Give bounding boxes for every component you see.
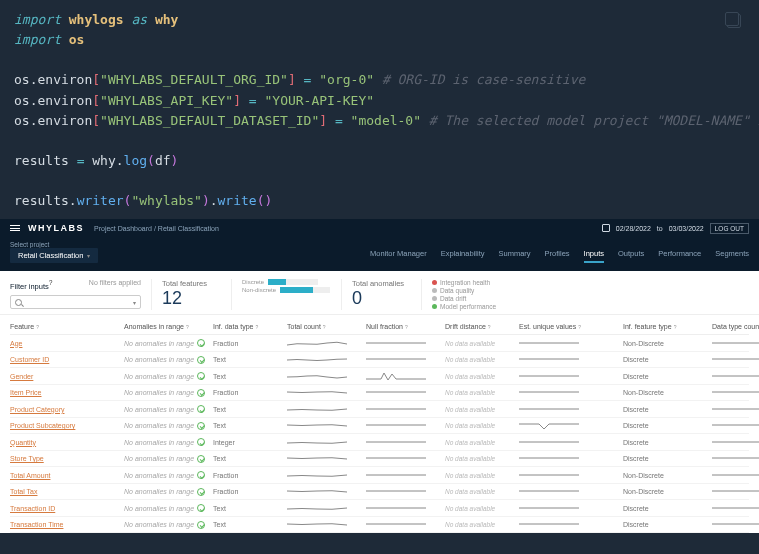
anomalies-cell: No anomalies in range [124,438,209,446]
sparkline [287,337,347,349]
sparkline [366,386,426,398]
table-row: Total TaxNo anomalies in rangeFractionNo… [10,484,749,501]
feature-type-cell: Discrete [623,439,708,446]
null-fraction-spark [366,485,441,498]
total-count-spark [287,353,362,366]
sparkline [366,403,426,415]
check-icon [197,422,205,430]
sparkline [519,403,579,415]
datatype-cell: Integer [213,439,283,446]
sparkline [712,419,759,431]
null-fraction-spark [366,452,441,465]
table-row: GenderNo anomalies in rangeTextNo data a… [10,368,749,385]
drift-cell: No data available [445,373,515,380]
total-count-spark [287,485,362,498]
drift-cell: No data available [445,521,515,528]
sparkline [712,403,759,415]
feature-link[interactable]: Store Type [10,455,120,462]
tab-performance[interactable]: Performance [658,249,701,263]
project-selector[interactable]: Retail Classification▾ [10,248,98,263]
feature-link[interactable]: Quantity [10,439,120,446]
feature-type-cell: Non-Discrete [623,488,708,495]
total-anomalies-label: Total anomalies [352,279,411,288]
tab-inputs[interactable]: Inputs [584,249,604,263]
date-range[interactable]: 02/28/2022 to 03/03/2022 LOG OUT [602,223,749,234]
breadcrumb: Project Dashboard / Retail Classificatio… [94,225,219,232]
sparkline [287,370,347,382]
sparkline [712,452,759,464]
copy-icon[interactable] [727,14,741,28]
col-header[interactable]: Null fraction? [366,323,441,330]
anomalies-cell: No anomalies in range [124,339,209,347]
table-header: Feature?Anomalies in range?Inf. data typ… [10,319,749,335]
total-anomalies-value: 0 [352,288,411,309]
crumb-dashboard[interactable]: Project Dashboard [94,225,152,232]
sparkline [287,502,347,514]
tab-explainability[interactable]: Explainability [441,249,485,263]
tab-summary[interactable]: Summary [498,249,530,263]
tab-monitor-manager[interactable]: Monitor Manager [370,249,427,263]
feature-link[interactable]: Customer ID [10,356,120,363]
drift-cell: No data available [445,505,515,512]
datatype-cell: Text [213,422,283,429]
sparkline [519,452,579,464]
sparkline [287,403,347,415]
logout-button[interactable]: LOG OUT [710,223,749,234]
col-header[interactable]: Inf. data type? [213,323,283,330]
search-input[interactable]: ▾ [10,295,141,309]
feature-link[interactable]: Item Price [10,389,120,396]
drift-cell: No data available [445,439,515,446]
sparkline [712,518,759,530]
unique-values-spark [519,386,619,399]
col-header[interactable]: Data type count? [712,323,759,330]
crumb-project[interactable]: Retail Classification [158,225,219,232]
table-row: Customer IDNo anomalies in rangeTextNo d… [10,352,749,369]
sparkline [366,502,426,514]
sparkline [366,353,426,365]
total-count-spark [287,337,362,350]
feature-link[interactable]: Product Category [10,406,120,413]
feature-link[interactable]: Total Amount [10,472,120,479]
anomalies-cell: No anomalies in range [124,372,209,380]
date-from: 02/28/2022 [616,225,651,232]
sparkline [712,436,759,448]
col-header[interactable]: Anomalies in range? [124,323,209,330]
col-header[interactable]: Feature? [10,323,120,330]
menu-icon[interactable] [10,225,20,231]
total-count-spark [287,419,362,432]
check-icon [197,471,205,479]
sparkline [519,469,579,481]
unique-values-spark [519,337,619,350]
sparkline [712,502,759,514]
col-header[interactable]: Drift distance? [445,323,515,330]
datatype-cell: Text [213,356,283,363]
sparkline [366,469,426,481]
logo: WHYLABS [28,223,84,233]
sparkline [366,485,426,497]
null-fraction-spark [366,436,441,449]
feature-link[interactable]: Age [10,340,120,347]
col-header[interactable]: Est. unique values? [519,323,619,330]
col-header[interactable]: Total count? [287,323,362,330]
tab-outputs[interactable]: Outputs [618,249,644,263]
feature-link[interactable]: Product Subcategory [10,422,120,429]
feature-link[interactable]: Total Tax [10,488,120,495]
tab-profiles[interactable]: Profiles [545,249,570,263]
sparkline [287,485,347,497]
table-row: Item PriceNo anomalies in rangeFractionN… [10,385,749,402]
sparkline [519,370,579,382]
top-header: WHYLABS Project Dashboard / Retail Class… [0,219,759,237]
check-icon [197,339,205,347]
dtype-count-spark [712,419,759,432]
check-icon [197,356,205,364]
dtype-count-spark [712,370,759,383]
sparkline [366,419,426,431]
feature-link[interactable]: Transaction Time [10,521,120,528]
feature-link[interactable]: Gender [10,373,120,380]
null-fraction-spark [366,419,441,432]
nav-tabs: Monitor ManagerExplainabilitySummaryProf… [370,249,749,263]
col-header[interactable]: Inf. feature type? [623,323,708,330]
anomalies-cell: No anomalies in range [124,488,209,496]
tab-segments[interactable]: Segments [715,249,749,263]
feature-link[interactable]: Transaction ID [10,505,120,512]
